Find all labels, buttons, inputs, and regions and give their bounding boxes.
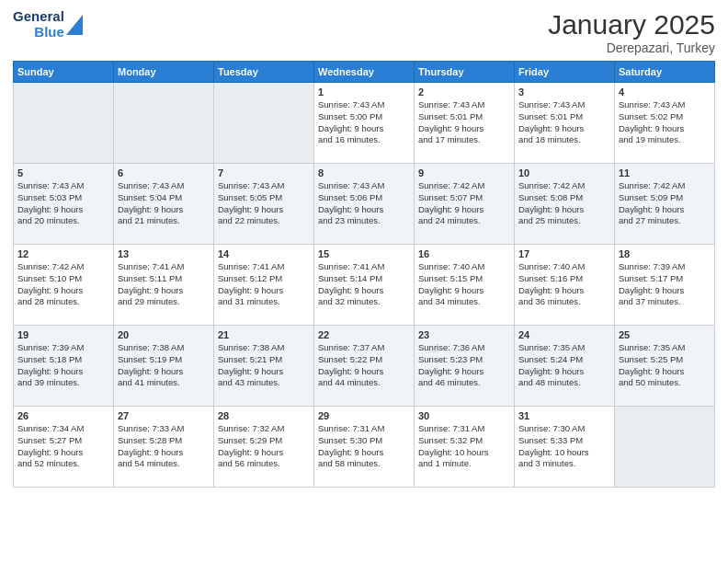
day-number: 31 — [518, 410, 610, 421]
day-number: 15 — [318, 248, 410, 259]
cell-text: and 43 minutes. — [218, 377, 310, 389]
cell-text: and 20 minutes. — [17, 215, 109, 227]
cell-text: and 17 minutes. — [418, 134, 510, 146]
cell-text: Daylight: 9 hours — [619, 204, 711, 216]
cell-text: Sunset: 5:01 PM — [518, 111, 610, 123]
cell-text: Sunset: 5:25 PM — [619, 354, 711, 366]
cell-text: and 27 minutes. — [619, 215, 711, 227]
cell-text: Daylight: 9 hours — [619, 285, 711, 297]
cell-text: Daylight: 9 hours — [518, 123, 610, 135]
cell-text: Sunrise: 7:41 AM — [218, 261, 310, 273]
day-number: 13 — [118, 248, 210, 259]
cell-text: Daylight: 9 hours — [218, 366, 310, 378]
cell-text: Sunset: 5:04 PM — [118, 192, 210, 204]
cell-text: Sunset: 5:02 PM — [619, 111, 711, 123]
cell-text: Daylight: 9 hours — [518, 285, 610, 297]
cell-text: and 44 minutes. — [318, 377, 410, 389]
calendar-cell — [615, 407, 715, 488]
cell-text: and 31 minutes. — [218, 296, 310, 308]
cell-text: and 21 minutes. — [118, 215, 210, 227]
cell-text: and 23 minutes. — [318, 215, 410, 227]
calendar-cell: 19Sunrise: 7:39 AMSunset: 5:18 PMDayligh… — [14, 326, 114, 407]
calendar-cell — [114, 83, 214, 164]
cell-text: Sunrise: 7:41 AM — [318, 261, 410, 273]
calendar-cell: 25Sunrise: 7:35 AMSunset: 5:25 PMDayligh… — [615, 326, 715, 407]
cell-text: Sunset: 5:30 PM — [318, 435, 410, 447]
cell-text: Daylight: 9 hours — [318, 366, 410, 378]
cell-text: and 48 minutes. — [518, 377, 610, 389]
title-block: January 2025 Derepazari, Turkey — [548, 9, 715, 55]
day-number: 4 — [619, 86, 711, 98]
calendar-week-row: 19Sunrise: 7:39 AMSunset: 5:18 PMDayligh… — [14, 326, 715, 407]
col-thursday: Thursday — [415, 62, 515, 83]
cell-text: Daylight: 9 hours — [17, 285, 109, 297]
page: General Blue January 2025 Derepazari, Tu… — [0, 0, 728, 563]
cell-text: Daylight: 9 hours — [518, 366, 610, 378]
cell-text: Sunrise: 7:42 AM — [619, 180, 711, 192]
cell-text: Sunset: 5:32 PM — [418, 435, 510, 447]
cell-text: Sunset: 5:17 PM — [619, 273, 711, 285]
cell-text: Sunrise: 7:38 AM — [118, 342, 210, 354]
cell-text: and 50 minutes. — [619, 377, 711, 389]
day-number: 10 — [518, 167, 610, 178]
cell-text: Sunset: 5:06 PM — [318, 192, 410, 204]
cell-text: Sunset: 5:22 PM — [318, 354, 410, 366]
calendar-cell: 22Sunrise: 7:37 AMSunset: 5:22 PMDayligh… — [314, 326, 415, 407]
cell-text: and 28 minutes. — [17, 296, 109, 308]
day-number: 25 — [619, 329, 711, 340]
day-number: 20 — [118, 329, 210, 340]
cell-text: Sunset: 5:03 PM — [17, 192, 109, 204]
cell-text: and 25 minutes. — [518, 215, 610, 227]
day-number: 23 — [418, 329, 510, 340]
cell-text: Daylight: 9 hours — [318, 285, 410, 297]
cell-text: Daylight: 9 hours — [218, 285, 310, 297]
cell-text: Sunrise: 7:31 AM — [418, 423, 510, 435]
calendar-cell: 29Sunrise: 7:31 AMSunset: 5:30 PMDayligh… — [314, 407, 415, 488]
calendar-cell: 1Sunrise: 7:43 AMSunset: 5:00 PMDaylight… — [314, 83, 415, 164]
day-number: 12 — [17, 248, 109, 259]
cell-text: Daylight: 9 hours — [418, 123, 510, 135]
cell-text: Sunset: 5:15 PM — [418, 273, 510, 285]
logo: General Blue — [13, 9, 83, 40]
calendar-cell: 28Sunrise: 7:32 AMSunset: 5:29 PMDayligh… — [214, 407, 314, 488]
cell-text: and 52 minutes. — [17, 458, 109, 470]
cell-text: Daylight: 9 hours — [619, 366, 711, 378]
cell-text: Sunset: 5:33 PM — [518, 435, 610, 447]
cell-text: Sunrise: 7:39 AM — [17, 342, 109, 354]
logo-icon — [66, 15, 83, 35]
cell-text: Sunrise: 7:38 AM — [218, 342, 310, 354]
day-number: 11 — [619, 167, 711, 178]
calendar-cell: 15Sunrise: 7:41 AMSunset: 5:14 PMDayligh… — [314, 245, 415, 326]
cell-text: Sunrise: 7:41 AM — [118, 261, 210, 273]
calendar-cell: 12Sunrise: 7:42 AMSunset: 5:10 PMDayligh… — [14, 245, 114, 326]
cell-text: Daylight: 9 hours — [518, 204, 610, 216]
calendar-week-row: 12Sunrise: 7:42 AMSunset: 5:10 PMDayligh… — [14, 245, 715, 326]
cell-text: Daylight: 9 hours — [418, 204, 510, 216]
cell-text: Sunset: 5:01 PM — [418, 111, 510, 123]
calendar-cell: 26Sunrise: 7:34 AMSunset: 5:27 PMDayligh… — [14, 407, 114, 488]
cell-text: Sunset: 5:21 PM — [218, 354, 310, 366]
day-number: 28 — [218, 410, 310, 421]
day-number: 29 — [318, 410, 410, 421]
calendar-cell: 20Sunrise: 7:38 AMSunset: 5:19 PMDayligh… — [114, 326, 214, 407]
day-number: 27 — [118, 410, 210, 421]
calendar-week-row: 1Sunrise: 7:43 AMSunset: 5:00 PMDaylight… — [14, 83, 715, 164]
cell-text: Sunrise: 7:42 AM — [418, 180, 510, 192]
calendar-cell: 10Sunrise: 7:42 AMSunset: 5:08 PMDayligh… — [515, 164, 615, 245]
cell-text: Daylight: 9 hours — [218, 447, 310, 459]
cell-text: Sunset: 5:24 PM — [518, 354, 610, 366]
col-sunday: Sunday — [14, 62, 114, 83]
calendar-cell: 5Sunrise: 7:43 AMSunset: 5:03 PMDaylight… — [14, 164, 114, 245]
cell-text: Sunrise: 7:40 AM — [418, 261, 510, 273]
day-number: 8 — [318, 167, 410, 178]
cell-text: and 19 minutes. — [619, 134, 711, 146]
cell-text: Sunset: 5:12 PM — [218, 273, 310, 285]
location: Derepazari, Turkey — [548, 40, 715, 55]
cell-text: Daylight: 10 hours — [418, 447, 510, 459]
cell-text: Daylight: 9 hours — [118, 366, 210, 378]
logo-blue: Blue — [34, 25, 64, 40]
calendar-cell: 9Sunrise: 7:42 AMSunset: 5:07 PMDaylight… — [415, 164, 515, 245]
day-number: 3 — [518, 86, 610, 98]
day-number: 19 — [17, 329, 109, 340]
calendar-cell: 13Sunrise: 7:41 AMSunset: 5:11 PMDayligh… — [114, 245, 214, 326]
